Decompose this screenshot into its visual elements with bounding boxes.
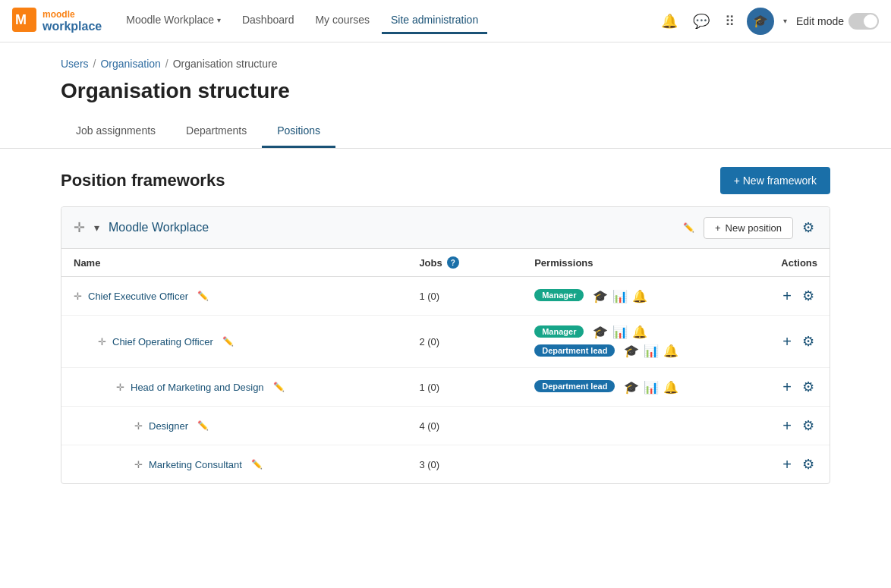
table-row: ✛ Chief Operating Officer ✏️ 2 (0) Manag…	[61, 316, 830, 368]
new-position-button[interactable]: + + New position New position	[704, 217, 793, 239]
framework-move-icon[interactable]: ✛	[74, 219, 85, 236]
position-link[interactable]: Chief Executive Officer	[88, 291, 188, 302]
logo[interactable]: M moodle workplace	[12, 8, 102, 34]
framework-settings-icon[interactable]: ⚙	[799, 216, 817, 239]
perm-chart-icon[interactable]: 📊	[612, 289, 628, 303]
logo-moodle-text: moodle	[43, 9, 102, 20]
perm-cap-icon[interactable]: 🎓	[593, 289, 608, 303]
position-edit-icon[interactable]: ✏️	[197, 420, 209, 431]
perm-cap-icon[interactable]: 🎓	[593, 325, 608, 339]
nav-moodle-workplace[interactable]: Moodle Workplace ▾	[117, 8, 230, 34]
edit-mode-switch[interactable]	[848, 13, 879, 30]
notification-bell-icon[interactable]: 🔔	[658, 10, 681, 33]
nav-site-administration[interactable]: Site administration	[382, 8, 487, 34]
jobs-cell: 4 (0)	[407, 407, 522, 445]
tabs-area: Job assignments Departments Positions	[0, 115, 891, 149]
perm-bell-icon[interactable]: 🔔	[632, 325, 647, 339]
add-child-button[interactable]: +	[781, 332, 793, 352]
perm-bell-icon: 🔔	[632, 289, 647, 303]
section-title: Position frameworks	[61, 171, 225, 190]
row-move-icon[interactable]: ✛	[116, 382, 124, 393]
position-link[interactable]: Marketing Consultant	[149, 459, 242, 470]
perm-chart-icon[interactable]: 📊	[644, 344, 659, 358]
permissions-cell: Manager 🎓 📊 🔔 Department lead 🎓	[522, 316, 714, 368]
framework-header: ✛ ▾ Moodle Workplace ✏️ + + New position…	[61, 207, 830, 249]
row-move-icon[interactable]: ✛	[134, 420, 143, 432]
edit-mode-label: Edit mode	[796, 15, 844, 27]
position-name-cell: ✛ Designer ✏️	[74, 420, 395, 432]
permissions-cell: Department lead 🎓 📊 🔔	[522, 368, 714, 407]
perm-bell-icon[interactable]: 🔔	[663, 344, 678, 358]
new-framework-button[interactable]: + New framework	[720, 167, 830, 194]
nav-dashboard[interactable]: Dashboard	[233, 8, 304, 34]
perm-cap-icon[interactable]: 🎓	[624, 344, 639, 358]
nav-my-courses[interactable]: My courses	[306, 8, 379, 34]
col-actions: Actions	[714, 249, 830, 277]
tab-job-assignments[interactable]: Job assignments	[61, 115, 171, 148]
tab-positions[interactable]: Positions	[262, 115, 335, 148]
col-name: Name	[61, 249, 407, 277]
position-edit-icon[interactable]: ✏️	[222, 336, 234, 347]
actions-cell: + ⚙	[726, 376, 817, 398]
avatar-icon: 🎓	[753, 14, 768, 28]
svg-text:M: M	[15, 12, 27, 27]
perm-chart-icon[interactable]: 📊	[644, 380, 659, 395]
breadcrumb-organisation[interactable]: Organisation	[100, 58, 160, 70]
nav-right: 🔔 💬 ⠿ 🎓 ▾ Edit mode	[658, 8, 879, 35]
table-row: ✛ Designer ✏️ 4 (0) + ⚙	[61, 407, 830, 445]
framework-caret-icon[interactable]: ▾	[94, 222, 99, 234]
breadcrumb-current: Organisation structure	[173, 58, 278, 70]
col-permissions: Permissions	[522, 249, 714, 277]
row-move-icon[interactable]: ✛	[98, 336, 106, 347]
perm-bell-icon[interactable]: 🔔	[663, 380, 678, 395]
permissions-cell	[522, 445, 714, 484]
framework-edit-icon[interactable]: ✏️	[683, 222, 694, 233]
jobs-help-icon[interactable]: ?	[447, 256, 459, 269]
add-child-button[interactable]: +	[781, 416, 793, 436]
table-row: ✛ Head of Marketing and Design ✏️ 1 (0) …	[61, 368, 830, 407]
apps-grid-icon[interactable]: ⠿	[722, 10, 738, 33]
chat-icon[interactable]: 💬	[690, 10, 713, 33]
position-edit-icon[interactable]: ✏️	[251, 459, 263, 470]
add-child-button[interactable]: +	[781, 377, 793, 398]
row-move-icon[interactable]: ✛	[74, 291, 82, 302]
position-settings-icon[interactable]: ⚙	[799, 376, 817, 398]
col-jobs: Jobs ?	[407, 249, 522, 277]
jobs-cell: 1 (0)	[407, 368, 522, 407]
toggle-knob	[864, 14, 877, 28]
position-edit-icon[interactable]: ✏️	[197, 291, 209, 301]
position-link[interactable]: Head of Marketing and Design	[131, 382, 264, 393]
positions-table: Name Jobs ? Permissions Actions	[61, 249, 830, 483]
avatar-dropdown-icon: ▾	[783, 17, 787, 25]
nav-links: Moodle Workplace ▾ Dashboard My courses …	[117, 8, 487, 34]
table-header-row: Name Jobs ? Permissions Actions	[61, 249, 830, 277]
jobs-cell: 2 (0)	[407, 316, 522, 368]
page-title: Organisation structure	[61, 79, 830, 103]
position-edit-icon[interactable]: ✏️	[273, 382, 285, 392]
badge-manager: Manager	[534, 325, 584, 338]
position-link[interactable]: Chief Operating Officer	[112, 336, 213, 347]
jobs-cell: 3 (0)	[407, 445, 522, 484]
permissions-cell	[522, 407, 714, 445]
user-avatar[interactable]: 🎓	[747, 8, 774, 35]
position-name-cell: ✛ Marketing Consultant ✏️	[74, 459, 395, 470]
perm-cap-icon[interactable]: 🎓	[624, 380, 639, 395]
position-settings-icon[interactable]: ⚙	[799, 285, 817, 307]
edit-mode-toggle[interactable]: Edit mode	[796, 13, 879, 30]
main-content: Position frameworks + New framework ✛ ▾ …	[0, 149, 891, 502]
row-move-icon[interactable]: ✛	[134, 459, 143, 470]
perm-chart-icon[interactable]: 📊	[612, 325, 628, 339]
logo-workplace-text: workplace	[43, 20, 102, 33]
position-link[interactable]: Designer	[149, 420, 188, 432]
position-name-cell: ✛ Head of Marketing and Design ✏️	[74, 382, 395, 393]
new-position-plus-icon: +	[715, 222, 721, 234]
position-settings-icon[interactable]: ⚙	[799, 414, 817, 437]
add-child-button[interactable]: +	[781, 286, 793, 307]
position-settings-icon[interactable]: ⚙	[799, 330, 817, 353]
add-child-button[interactable]: +	[781, 454, 793, 475]
breadcrumb-users[interactable]: Users	[61, 58, 89, 70]
position-settings-icon[interactable]: ⚙	[799, 453, 817, 476]
tabs: Job assignments Departments Positions	[61, 115, 830, 148]
actions-cell: + ⚙	[726, 330, 817, 353]
tab-departments[interactable]: Departments	[171, 115, 262, 148]
